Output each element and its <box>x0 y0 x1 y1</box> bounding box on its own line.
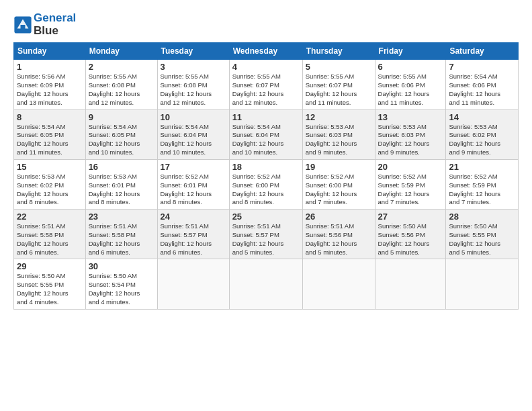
calendar-week-5: 29 Sunrise: 5:50 AM Sunset: 5:55 PM Dayl… <box>14 259 519 309</box>
daylight-minutes: and 9 minutes. <box>449 148 490 156</box>
sunset-label: Sunset: 6:01 PM <box>89 181 136 189</box>
sunrise-label: Sunrise: 5:52 AM <box>161 173 209 180</box>
day-number: 23 <box>89 212 154 222</box>
daylight-minutes: and 6 minutes. <box>161 248 202 256</box>
sunrise-label: Sunrise: 5:53 AM <box>17 173 65 180</box>
sunset-label: Sunset: 6:01 PM <box>161 181 208 189</box>
daylight-minutes: and 4 minutes. <box>89 298 130 306</box>
day-info: Sunrise: 5:54 AM Sunset: 6:04 PM Dayligh… <box>161 123 226 157</box>
calendar-day-14: 14 Sunrise: 5:53 AM Sunset: 6:02 PM Dayl… <box>446 109 519 159</box>
daylight-minutes: and 5 minutes. <box>449 248 490 256</box>
sunrise-label: Sunrise: 5:54 AM <box>89 123 137 130</box>
sunset-label: Sunset: 5:57 PM <box>161 231 208 238</box>
sunset-label: Sunset: 6:08 PM <box>89 81 136 89</box>
sunrise-label: Sunrise: 5:54 AM <box>17 123 65 130</box>
day-number: 16 <box>89 162 154 172</box>
daylight-minutes: and 8 minutes. <box>232 198 274 205</box>
day-number: 5 <box>306 62 372 72</box>
daylight-label: Daylight: 12 hours <box>306 90 357 97</box>
sunset-label: Sunset: 6:08 PM <box>161 81 208 89</box>
calendar-day-24: 24 Sunrise: 5:51 AM Sunset: 5:57 PM Dayl… <box>157 210 229 259</box>
day-info: Sunrise: 5:53 AM Sunset: 6:02 PM Dayligh… <box>449 123 515 157</box>
daylight-label: Daylight: 12 hours <box>89 140 140 147</box>
day-info: Sunrise: 5:50 AM Sunset: 5:56 PM Dayligh… <box>378 222 443 257</box>
calendar-day-13: 13 Sunrise: 5:53 AM Sunset: 6:03 PM Dayl… <box>375 109 446 159</box>
sunset-label: Sunset: 5:56 PM <box>378 231 425 238</box>
daylight-minutes: and 7 minutes. <box>378 198 420 205</box>
sunrise-label: Sunrise: 5:54 AM <box>161 123 209 130</box>
sunset-label: Sunset: 5:55 PM <box>449 231 496 238</box>
day-number: 29 <box>17 261 83 271</box>
daylight-label: Daylight: 12 hours <box>89 289 140 297</box>
day-info: Sunrise: 5:51 AM Sunset: 5:57 PM Dayligh… <box>232 222 300 257</box>
calendar-day-12: 12 Sunrise: 5:53 AM Sunset: 6:03 PM Dayl… <box>302 109 375 159</box>
logo: GeneralBlue <box>13 12 76 37</box>
daylight-minutes: and 10 minutes. <box>161 148 206 156</box>
day-info: Sunrise: 5:51 AM Sunset: 5:56 PM Dayligh… <box>306 222 372 257</box>
sunrise-label: Sunrise: 5:53 AM <box>449 123 497 130</box>
calendar-day-29: 29 Sunrise: 5:50 AM Sunset: 5:55 PM Dayl… <box>14 259 86 309</box>
calendar-day-18: 18 Sunrise: 5:52 AM Sunset: 6:00 PM Dayl… <box>229 159 302 209</box>
day-info: Sunrise: 5:55 AM Sunset: 6:07 PM Dayligh… <box>232 73 300 107</box>
calendar-week-2: 8 Sunrise: 5:54 AM Sunset: 6:05 PM Dayli… <box>14 109 519 159</box>
calendar-header-monday: Monday <box>85 43 157 60</box>
sunrise-label: Sunrise: 5:50 AM <box>89 272 137 279</box>
daylight-label: Daylight: 12 hours <box>17 289 69 297</box>
sunset-label: Sunset: 6:02 PM <box>449 131 496 138</box>
day-info: Sunrise: 5:52 AM Sunset: 5:59 PM Dayligh… <box>449 173 515 207</box>
calendar-header-wednesday: Wednesday <box>229 43 302 60</box>
day-info: Sunrise: 5:56 AM Sunset: 6:09 PM Dayligh… <box>17 73 83 107</box>
sunset-label: Sunset: 6:06 PM <box>378 81 425 89</box>
daylight-minutes: and 11 minutes. <box>378 99 424 106</box>
day-number: 2 <box>89 62 154 72</box>
daylight-label: Daylight: 12 hours <box>378 140 430 147</box>
day-info: Sunrise: 5:55 AM Sunset: 6:07 PM Dayligh… <box>306 73 372 107</box>
calendar-header-saturday: Saturday <box>446 43 519 60</box>
calendar-header-thursday: Thursday <box>302 43 375 60</box>
daylight-label: Daylight: 12 hours <box>378 90 430 97</box>
day-info: Sunrise: 5:53 AM Sunset: 6:03 PM Dayligh… <box>378 123 443 157</box>
sunset-label: Sunset: 6:02 PM <box>17 181 64 189</box>
calendar-day-8: 8 Sunrise: 5:54 AM Sunset: 6:05 PM Dayli… <box>14 109 86 159</box>
calendar-week-4: 22 Sunrise: 5:51 AM Sunset: 5:58 PM Dayl… <box>14 210 519 259</box>
daylight-label: Daylight: 12 hours <box>306 240 357 247</box>
daylight-label: Daylight: 12 hours <box>17 190 69 197</box>
sunset-label: Sunset: 6:09 PM <box>17 81 64 89</box>
day-number: 19 <box>306 162 372 172</box>
day-number: 30 <box>89 261 154 271</box>
logo-text: GeneralBlue <box>34 12 76 37</box>
calendar-day-30: 30 Sunrise: 5:50 AM Sunset: 5:54 PM Dayl… <box>85 259 157 309</box>
day-info: Sunrise: 5:53 AM Sunset: 6:02 PM Dayligh… <box>17 173 83 207</box>
sunset-label: Sunset: 6:07 PM <box>306 81 353 89</box>
day-number: 26 <box>306 212 372 222</box>
calendar-table: SundayMondayTuesdayWednesdayThursdayFrid… <box>13 42 519 309</box>
sunset-label: Sunset: 6:04 PM <box>232 131 279 138</box>
daylight-minutes: and 12 minutes. <box>232 99 278 106</box>
calendar-day-22: 22 Sunrise: 5:51 AM Sunset: 5:58 PM Dayl… <box>14 210 86 259</box>
daylight-minutes: and 7 minutes. <box>306 198 347 205</box>
sunset-label: Sunset: 5:55 PM <box>17 281 64 288</box>
daylight-minutes: and 5 minutes. <box>306 248 347 256</box>
day-number: 27 <box>378 212 443 222</box>
day-number: 14 <box>449 112 515 122</box>
day-info: Sunrise: 5:55 AM Sunset: 6:06 PM Dayligh… <box>378 73 443 107</box>
daylight-label: Daylight: 12 hours <box>378 240 430 247</box>
sunrise-label: Sunrise: 5:55 AM <box>306 73 354 80</box>
daylight-label: Daylight: 12 hours <box>17 140 69 147</box>
daylight-label: Daylight: 12 hours <box>232 90 284 97</box>
sunset-label: Sunset: 5:58 PM <box>89 231 136 238</box>
calendar-day-19: 19 Sunrise: 5:52 AM Sunset: 6:00 PM Dayl… <box>302 159 375 209</box>
daylight-label: Daylight: 12 hours <box>232 140 284 147</box>
day-number: 1 <box>17 62 83 72</box>
day-info: Sunrise: 5:52 AM Sunset: 6:00 PM Dayligh… <box>306 173 372 207</box>
calendar-week-3: 15 Sunrise: 5:53 AM Sunset: 6:02 PM Dayl… <box>14 159 519 209</box>
day-info: Sunrise: 5:50 AM Sunset: 5:55 PM Dayligh… <box>449 222 515 257</box>
sunrise-label: Sunrise: 5:55 AM <box>89 73 137 80</box>
calendar-week-1: 1 Sunrise: 5:56 AM Sunset: 6:09 PM Dayli… <box>14 60 519 109</box>
daylight-minutes: and 7 minutes. <box>449 198 490 205</box>
calendar-header-sunday: Sunday <box>14 43 86 60</box>
calendar-day-5: 5 Sunrise: 5:55 AM Sunset: 6:07 PM Dayli… <box>302 60 375 109</box>
empty-cell <box>302 259 375 309</box>
day-info: Sunrise: 5:52 AM Sunset: 5:59 PM Dayligh… <box>378 173 443 207</box>
sunset-label: Sunset: 6:00 PM <box>232 181 279 189</box>
